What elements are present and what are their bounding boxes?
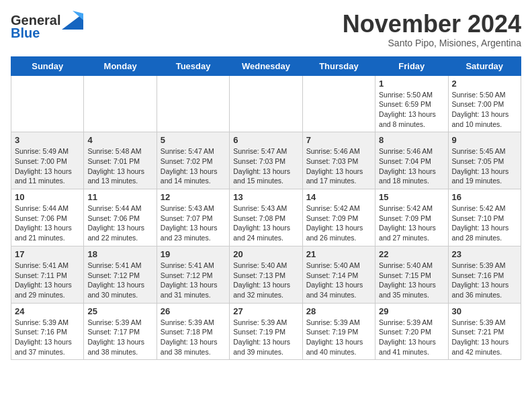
day-info: Sunrise: 5:49 AMSunset: 7:00 PMDaylight:… xyxy=(15,146,80,186)
day-info: Sunrise: 5:39 AMSunset: 7:20 PMDaylight:… xyxy=(379,318,444,357)
day-number: 30 xyxy=(452,306,517,316)
day-cell: 10Sunrise: 5:44 AMSunset: 7:06 PMDayligh… xyxy=(11,189,84,246)
day-cell: 15Sunrise: 5:42 AMSunset: 7:09 PMDayligh… xyxy=(375,189,448,246)
day-number: 4 xyxy=(87,135,152,145)
day-number: 9 xyxy=(452,135,517,145)
day-number: 22 xyxy=(379,249,444,259)
day-cell: 5Sunrise: 5:47 AMSunset: 7:02 PMDaylight… xyxy=(157,132,229,189)
day-info: Sunrise: 5:39 AMSunset: 7:16 PMDaylight:… xyxy=(15,318,80,357)
subtitle: Santo Pipo, Misiones, Argentina xyxy=(343,38,521,48)
day-info: Sunrise: 5:39 AMSunset: 7:19 PMDaylight:… xyxy=(306,318,371,357)
day-info: Sunrise: 5:44 AMSunset: 7:06 PMDaylight:… xyxy=(15,203,80,243)
month-title: November 2024 xyxy=(343,11,521,38)
day-number: 14 xyxy=(306,192,371,202)
weekday-header-thursday: Thursday xyxy=(302,56,375,75)
day-cell: 14Sunrise: 5:42 AMSunset: 7:09 PMDayligh… xyxy=(302,189,375,246)
day-cell: 8Sunrise: 5:46 AMSunset: 7:04 PMDaylight… xyxy=(375,132,448,189)
day-info: Sunrise: 5:40 AMSunset: 7:14 PMDaylight:… xyxy=(306,261,371,300)
day-number: 17 xyxy=(15,249,80,259)
day-cell xyxy=(11,75,84,132)
day-number: 8 xyxy=(379,135,444,145)
day-info: Sunrise: 5:43 AMSunset: 7:08 PMDaylight:… xyxy=(233,203,298,243)
week-row-5: 24Sunrise: 5:39 AMSunset: 7:16 PMDayligh… xyxy=(11,303,521,360)
day-cell: 18Sunrise: 5:41 AMSunset: 7:12 PMDayligh… xyxy=(84,246,157,303)
calendar: SundayMondayTuesdayWednesdayThursdayFrid… xyxy=(11,56,521,361)
day-info: Sunrise: 5:42 AMSunset: 7:09 PMDaylight:… xyxy=(306,203,371,243)
day-cell: 4Sunrise: 5:48 AMSunset: 7:01 PMDaylight… xyxy=(84,132,157,189)
day-cell: 25Sunrise: 5:39 AMSunset: 7:17 PMDayligh… xyxy=(84,303,157,360)
day-number: 13 xyxy=(233,192,298,202)
day-number: 7 xyxy=(306,135,371,145)
day-info: Sunrise: 5:42 AMSunset: 7:10 PMDaylight:… xyxy=(452,203,517,243)
day-info: Sunrise: 5:50 AMSunset: 7:00 PMDaylight:… xyxy=(452,90,517,130)
day-cell: 20Sunrise: 5:40 AMSunset: 7:13 PMDayligh… xyxy=(230,246,302,303)
day-number: 21 xyxy=(306,249,371,259)
day-cell: 21Sunrise: 5:40 AMSunset: 7:14 PMDayligh… xyxy=(302,246,375,303)
day-cell: 16Sunrise: 5:42 AMSunset: 7:10 PMDayligh… xyxy=(448,189,521,246)
day-cell: 11Sunrise: 5:44 AMSunset: 7:06 PMDayligh… xyxy=(84,189,157,246)
day-cell: 28Sunrise: 5:39 AMSunset: 7:19 PMDayligh… xyxy=(302,303,375,360)
day-number: 11 xyxy=(87,192,152,202)
day-cell xyxy=(230,75,302,132)
day-number: 5 xyxy=(161,135,226,145)
day-info: Sunrise: 5:47 AMSunset: 7:03 PMDaylight:… xyxy=(233,146,298,186)
day-number: 24 xyxy=(15,306,80,316)
day-number: 18 xyxy=(87,249,152,259)
day-cell: 17Sunrise: 5:41 AMSunset: 7:11 PMDayligh… xyxy=(11,246,84,303)
logo: General Blue xyxy=(11,11,83,41)
day-cell: 12Sunrise: 5:43 AMSunset: 7:07 PMDayligh… xyxy=(157,189,229,246)
day-number: 3 xyxy=(15,135,80,145)
day-info: Sunrise: 5:47 AMSunset: 7:02 PMDaylight:… xyxy=(161,146,226,186)
day-number: 20 xyxy=(233,249,298,259)
week-row-3: 10Sunrise: 5:44 AMSunset: 7:06 PMDayligh… xyxy=(11,189,521,246)
day-cell: 13Sunrise: 5:43 AMSunset: 7:08 PMDayligh… xyxy=(230,189,302,246)
day-cell xyxy=(302,75,375,132)
day-info: Sunrise: 5:40 AMSunset: 7:13 PMDaylight:… xyxy=(233,261,298,300)
day-cell: 7Sunrise: 5:46 AMSunset: 7:03 PMDaylight… xyxy=(302,132,375,189)
day-cell: 24Sunrise: 5:39 AMSunset: 7:16 PMDayligh… xyxy=(11,303,84,360)
day-cell: 26Sunrise: 5:39 AMSunset: 7:18 PMDayligh… xyxy=(157,303,229,360)
day-info: Sunrise: 5:39 AMSunset: 7:21 PMDaylight:… xyxy=(452,318,517,357)
weekday-header-tuesday: Tuesday xyxy=(157,56,229,75)
title-area: November 2024 Santo Pipo, Misiones, Arge… xyxy=(343,11,521,48)
day-info: Sunrise: 5:39 AMSunset: 7:17 PMDaylight:… xyxy=(87,318,152,357)
week-row-4: 17Sunrise: 5:41 AMSunset: 7:11 PMDayligh… xyxy=(11,246,521,303)
day-info: Sunrise: 5:41 AMSunset: 7:12 PMDaylight:… xyxy=(87,261,152,300)
weekday-header-friday: Friday xyxy=(375,56,448,75)
day-cell: 3Sunrise: 5:49 AMSunset: 7:00 PMDaylight… xyxy=(11,132,84,189)
day-cell: 27Sunrise: 5:39 AMSunset: 7:19 PMDayligh… xyxy=(230,303,302,360)
day-info: Sunrise: 5:41 AMSunset: 7:11 PMDaylight:… xyxy=(15,261,80,300)
day-info: Sunrise: 5:46 AMSunset: 7:04 PMDaylight:… xyxy=(379,146,444,186)
day-number: 29 xyxy=(379,306,444,316)
logo-text-blue: Blue xyxy=(11,26,40,41)
day-number: 27 xyxy=(233,306,298,316)
weekday-header-wednesday: Wednesday xyxy=(230,56,302,75)
day-number: 6 xyxy=(233,135,298,145)
day-cell: 19Sunrise: 5:41 AMSunset: 7:12 PMDayligh… xyxy=(157,246,229,303)
day-info: Sunrise: 5:39 AMSunset: 7:18 PMDaylight:… xyxy=(161,318,226,357)
day-info: Sunrise: 5:39 AMSunset: 7:16 PMDaylight:… xyxy=(452,261,517,300)
weekday-header-row: SundayMondayTuesdayWednesdayThursdayFrid… xyxy=(11,56,521,75)
header: General Blue November 2024 Santo Pipo, M… xyxy=(11,11,521,48)
day-cell: 29Sunrise: 5:39 AMSunset: 7:20 PMDayligh… xyxy=(375,303,448,360)
day-info: Sunrise: 5:43 AMSunset: 7:07 PMDaylight:… xyxy=(161,203,226,243)
day-cell: 6Sunrise: 5:47 AMSunset: 7:03 PMDaylight… xyxy=(230,132,302,189)
day-cell: 30Sunrise: 5:39 AMSunset: 7:21 PMDayligh… xyxy=(448,303,521,360)
weekday-header-saturday: Saturday xyxy=(448,56,521,75)
day-info: Sunrise: 5:42 AMSunset: 7:09 PMDaylight:… xyxy=(379,203,444,243)
day-number: 19 xyxy=(161,249,226,259)
day-number: 12 xyxy=(161,192,226,202)
day-number: 28 xyxy=(306,306,371,316)
day-cell xyxy=(157,75,229,132)
week-row-1: 1Sunrise: 5:50 AMSunset: 6:59 PMDaylight… xyxy=(11,75,521,132)
day-cell xyxy=(84,75,157,132)
day-info: Sunrise: 5:45 AMSunset: 7:05 PMDaylight:… xyxy=(452,146,517,186)
day-cell: 23Sunrise: 5:39 AMSunset: 7:16 PMDayligh… xyxy=(448,246,521,303)
day-number: 10 xyxy=(15,192,80,202)
day-number: 26 xyxy=(161,306,226,316)
day-info: Sunrise: 5:41 AMSunset: 7:12 PMDaylight:… xyxy=(161,261,226,300)
day-info: Sunrise: 5:39 AMSunset: 7:19 PMDaylight:… xyxy=(233,318,298,357)
day-info: Sunrise: 5:50 AMSunset: 6:59 PMDaylight:… xyxy=(379,90,444,130)
day-info: Sunrise: 5:46 AMSunset: 7:03 PMDaylight:… xyxy=(306,146,371,186)
day-number: 16 xyxy=(452,192,517,202)
